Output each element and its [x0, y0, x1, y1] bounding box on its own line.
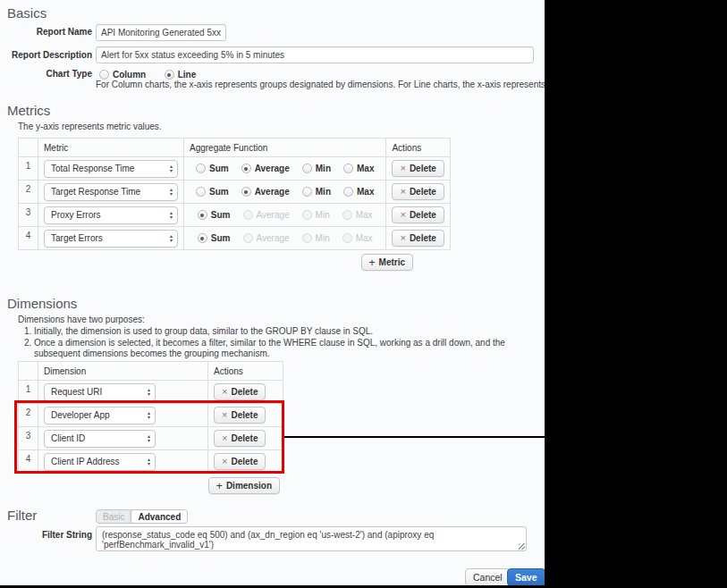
radio-average-icon[interactable]: [241, 164, 251, 173]
cancel-button[interactable]: Cancel: [465, 568, 511, 585]
delete-x-icon: ×: [222, 410, 227, 420]
dimension-select[interactable]: Client IP Address ▴▾: [44, 453, 156, 471]
aggregate-option-average[interactable]: Average: [241, 164, 290, 173]
radio-sum-icon[interactable]: [196, 187, 206, 197]
select-arrows-icon: ▴▾: [148, 388, 150, 396]
delete-x-icon: ×: [400, 164, 405, 173]
aggregate-option-min[interactable]: Min: [302, 164, 331, 173]
filter-mode-toggle: Basic Advanced: [96, 509, 188, 524]
radio-sum-icon[interactable]: [198, 233, 207, 243]
delete-metric-button[interactable]: × Delete: [392, 160, 444, 177]
radio-max-icon[interactable]: [343, 164, 353, 173]
dimension-row-4: 4 Client IP Address ▴▾ × Delete: [19, 450, 283, 474]
select-arrows-icon: ▴▾: [170, 234, 173, 242]
filter-string-input[interactable]: (response_status_code eq 500) and (ax_dn…: [96, 526, 527, 551]
metric-row-3: 3 Proxy Errors ▴▾ Sum Average: [19, 204, 451, 227]
report-description-input[interactable]: [96, 46, 534, 63]
dimension-row-num: 3: [19, 427, 38, 450]
aggregate-option-max[interactable]: Max: [343, 187, 374, 197]
delete-x-icon: ×: [222, 387, 227, 397]
dimension-row-num: 4: [19, 450, 38, 474]
select-arrows-icon: ▴▾: [170, 164, 173, 172]
radio-average-icon: [243, 233, 253, 243]
aggregate-option-sum[interactable]: Sum: [196, 187, 229, 197]
radio-max-icon[interactable]: [343, 187, 353, 197]
radio-column-icon[interactable]: [99, 70, 109, 80]
metric-row-num: 3: [19, 204, 38, 227]
dimension-select[interactable]: Developer App ▴▾: [44, 407, 156, 424]
report-description-label: Report Description: [0, 50, 92, 60]
metrics-header-row: Metric Aggregate Function Actions: [19, 139, 451, 157]
metric-row-num: 4: [19, 227, 38, 250]
dimensions-purpose-list: Initially, the dimension is used to grou…: [34, 326, 535, 359]
dimension-select-value: Client IP Address: [51, 457, 120, 466]
radio-min-icon: [302, 233, 312, 243]
aggregate-option-max[interactable]: Max: [343, 164, 374, 173]
metric-select[interactable]: Proxy Errors ▴▾: [44, 206, 178, 224]
dimensions-header-row: Dimension Actions: [19, 362, 283, 381]
delete-dimension-button[interactable]: × Delete: [214, 383, 266, 400]
delete-dimension-button[interactable]: × Delete: [214, 453, 266, 470]
metric-select[interactable]: Target Response Time ▴▾: [44, 183, 178, 201]
chart-type-option-column[interactable]: Column: [99, 70, 146, 80]
metric-select-value: Proxy Errors: [51, 210, 101, 220]
select-arrows-icon: ▴▾: [148, 434, 150, 442]
tab-advanced[interactable]: Advanced: [131, 510, 187, 523]
radio-sum-icon[interactable]: [198, 210, 207, 220]
dimensions-header-dimension: Dimension: [38, 362, 208, 381]
dimension-row-3: 3 Client ID ▴▾ × Delete: [19, 427, 283, 450]
radio-min-icon[interactable]: [302, 164, 312, 173]
dimensions-heading: Dimensions: [7, 296, 77, 311]
tab-basic[interactable]: Basic: [97, 510, 131, 523]
radio-min-icon: [302, 210, 312, 220]
add-metric-button[interactable]: + Metric: [361, 254, 413, 271]
aggregate-radio-group: Sum Average Min Max: [190, 187, 380, 197]
add-dimension-button[interactable]: + Dimension: [208, 477, 280, 494]
report-editor-window: Basics Report Name Report Description Ch…: [0, 0, 545, 585]
delete-metric-button[interactable]: × Delete: [392, 206, 444, 223]
dimension-row-2: 2 Developer App ▴▾ × Delete: [19, 404, 283, 427]
resize-handle-icon[interactable]: [519, 543, 525, 550]
delete-x-icon: ×: [400, 233, 405, 243]
metric-row-2: 2 Target Response Time ▴▾ Sum Averag: [19, 181, 451, 204]
aggregate-option-average[interactable]: Average: [241, 187, 290, 197]
dimension-select[interactable]: Client ID ▴▾: [44, 430, 156, 448]
metric-select-value: Total Response Time: [51, 164, 134, 173]
delete-dimension-button[interactable]: × Delete: [214, 430, 266, 447]
dimension-select[interactable]: Request URI ▴▾: [44, 383, 156, 401]
radio-average-icon: [243, 210, 253, 220]
chart-type-option-line[interactable]: Line: [165, 70, 197, 80]
radio-sum-icon[interactable]: [196, 164, 206, 173]
aggregate-option-min[interactable]: Min: [302, 187, 331, 197]
save-button[interactable]: Save: [507, 568, 545, 585]
delete-dimension-button[interactable]: × Delete: [214, 407, 266, 424]
radio-max-icon: [342, 210, 352, 220]
metric-select[interactable]: Target Errors ▴▾: [44, 230, 178, 248]
radio-line-icon[interactable]: [165, 70, 174, 80]
metric-select-value: Target Errors: [51, 233, 103, 243]
aggregate-option-sum[interactable]: Sum: [198, 233, 231, 243]
delete-metric-button[interactable]: × Delete: [392, 230, 444, 247]
dimensions-intro: Dimensions have two purposes:: [18, 315, 535, 325]
aggregate-radio-group: Sum Average Min Max: [190, 210, 380, 220]
metrics-heading: Metrics: [7, 103, 50, 118]
radio-average-icon[interactable]: [241, 187, 251, 197]
metric-row-num: 2: [19, 181, 38, 204]
radio-min-icon[interactable]: [302, 187, 312, 197]
delete-x-icon: ×: [222, 457, 227, 466]
plus-icon: +: [369, 257, 376, 268]
report-name-input[interactable]: [96, 24, 226, 41]
metric-row-1: 1 Total Response Time ▴▾ Sum Average: [19, 157, 451, 181]
dimension-row-num: 1: [19, 381, 38, 404]
select-arrows-icon: ▴▾: [148, 458, 150, 466]
delete-metric-button[interactable]: × Delete: [392, 183, 444, 200]
aggregate-option-sum[interactable]: Sum: [198, 210, 231, 220]
aggregate-radio-group: Sum Average Min Max: [190, 233, 380, 243]
delete-x-icon: ×: [400, 187, 405, 197]
dimensions-purpose-1: Initially, the dimension is used to grou…: [34, 326, 535, 337]
aggregate-option-sum[interactable]: Sum: [196, 164, 229, 173]
basics-heading: Basics: [7, 5, 46, 21]
metric-select[interactable]: Total Response Time ▴▾: [44, 160, 178, 178]
aggregate-radio-group: Sum Average Min Max: [190, 164, 380, 173]
dimension-select-value: Client ID: [51, 433, 85, 443]
